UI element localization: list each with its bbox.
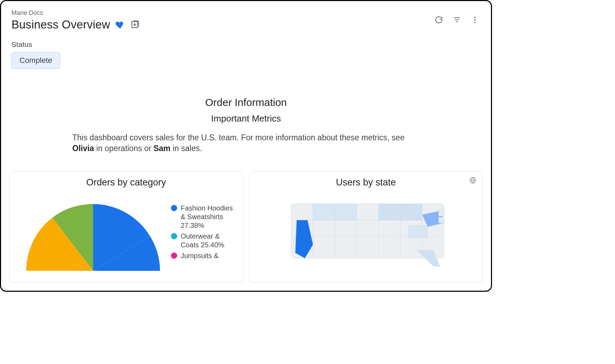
- svg-point-6: [474, 17, 476, 18]
- legend-dot-icon: [171, 205, 177, 211]
- pie-legend: Fashion Hoodies & Sweatshirts 27.38% Out…: [171, 204, 236, 262]
- title-row: Business Overview: [11, 18, 139, 31]
- us-map-svg: [256, 196, 479, 272]
- legend-label: Jumpsuits &: [181, 251, 219, 260]
- legend-item: Outerwear & Coats 25.40%: [171, 232, 236, 249]
- desc-text-3: in sales.: [173, 144, 202, 153]
- add-to-board-icon[interactable]: [130, 20, 139, 29]
- section-subtitle: Important Metrics: [1, 113, 491, 124]
- header-left: Marie Docs Business Overview: [11, 9, 139, 31]
- desc-text-1: This dashboard covers sales for the U.S.…: [72, 133, 404, 142]
- svg-rect-23: [409, 226, 428, 238]
- more-menu-icon[interactable]: [471, 16, 479, 24]
- tile-users-by-state[interactable]: Users by state: [249, 171, 483, 282]
- refresh-icon[interactable]: [435, 16, 443, 24]
- toolbar: [435, 9, 482, 24]
- legend-dot-icon: [171, 233, 177, 239]
- tile-orders-by-category[interactable]: Orders by category Fashion Hoodi: [9, 171, 243, 282]
- filter-chip-value: Complete: [19, 56, 52, 65]
- svg-point-7: [474, 19, 476, 20]
- section-title: Order Information: [1, 97, 491, 108]
- pie-chart: Fashion Hoodies & Sweatshirts 27.38% Out…: [10, 191, 243, 274]
- svg-rect-21: [378, 204, 400, 220]
- context-label: Marie Docs: [11, 9, 139, 17]
- filters-bar: Status Complete: [1, 34, 491, 72]
- tile-title: Orders by category: [10, 172, 243, 191]
- globe-icon[interactable]: [469, 176, 477, 185]
- desc-text-2: in operations or: [96, 144, 154, 153]
- tile-title: Users by state: [249, 172, 482, 191]
- legend-dot-icon: [171, 253, 177, 259]
- legend-item: Jumpsuits &: [171, 251, 236, 260]
- pie-svg: [20, 198, 166, 274]
- desc-bold-2: Sam: [154, 144, 171, 153]
- filter-label-status: Status: [11, 40, 481, 49]
- svg-rect-24: [438, 209, 443, 216]
- desc-bold-1: Olivia: [72, 144, 94, 153]
- svg-rect-25: [438, 217, 443, 223]
- legend-label: Outerwear & Coats 25.40%: [181, 232, 236, 249]
- svg-rect-22: [400, 204, 422, 220]
- filter-chip-status[interactable]: Complete: [11, 52, 60, 69]
- page-title: Business Overview: [11, 18, 110, 31]
- svg-rect-20: [335, 204, 357, 220]
- legend-label: Fashion Hoodies & Sweatshirts 27.38%: [181, 204, 236, 230]
- header: Marie Docs Business Overview: [1, 1, 491, 34]
- favorite-icon[interactable]: [115, 19, 125, 30]
- us-map: [249, 191, 482, 273]
- legend-item: Fashion Hoodies & Sweatshirts 27.38%: [171, 204, 236, 230]
- dashboard-window: Marie Docs Business Overview: [0, 0, 492, 292]
- section-heading-block: Order Information Important Metrics This…: [1, 97, 491, 154]
- svg-point-8: [474, 22, 476, 23]
- section-description: This dashboard covers sales for the U.S.…: [69, 132, 423, 154]
- tiles-row: Orders by category Fashion Hoodi: [1, 154, 491, 282]
- svg-rect-19: [313, 204, 335, 220]
- filter-icon[interactable]: [453, 16, 461, 24]
